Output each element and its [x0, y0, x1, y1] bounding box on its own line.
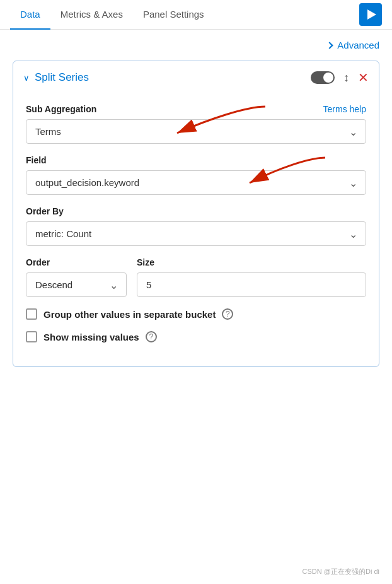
size-label: Size — [137, 257, 366, 267]
tab-data[interactable]: Data — [10, 0, 50, 30]
advanced-link[interactable]: Advanced — [327, 40, 379, 50]
group-other-row: Group other values in separate bucket ? — [26, 308, 366, 320]
panel-actions: ↕ ✕ — [311, 70, 369, 85]
run-button[interactable] — [359, 3, 382, 26]
order-by-label-row: Order By — [26, 206, 366, 216]
show-missing-help-icon[interactable]: ? — [146, 331, 157, 342]
panel-body: Sub Aggregation Terms help Ter — [13, 94, 379, 366]
split-series-panel: ∨ Split Series ↕ ✕ Sub Aggregation Terms… — [13, 61, 379, 367]
show-missing-row: Show missing values ? — [26, 331, 366, 342]
close-icon[interactable]: ✕ — [358, 70, 369, 85]
group-other-label: Group other values in separate bucket — [43, 309, 216, 320]
group-other-help-icon[interactable]: ? — [222, 308, 233, 320]
order-by-select[interactable]: metric: Count metric: Sum metric: Avg — [26, 221, 366, 246]
run-icon — [367, 9, 376, 20]
size-input[interactable] — [137, 272, 366, 297]
order-column: Order Descend Ascend ⌄ — [26, 257, 127, 297]
field-wrapper: output_decision.keyword ⌄ — [26, 170, 366, 195]
order-by-label: Order By — [26, 206, 64, 216]
main-content: ∨ Split Series ↕ ✕ Sub Aggregation Terms… — [0, 55, 392, 380]
order-select[interactable]: Descend Ascend — [26, 272, 127, 297]
panel-header: ∨ Split Series ↕ ✕ — [13, 61, 379, 94]
sub-aggregation-wrapper: Terms Filters Histogram Date Histogram ⌄ — [26, 119, 366, 144]
advanced-row: Advanced — [0, 30, 392, 55]
show-missing-checkbox[interactable] — [26, 331, 37, 342]
field-select[interactable]: output_decision.keyword — [26, 170, 366, 195]
order-label: Order — [26, 257, 127, 267]
order-select-wrapper: Descend Ascend ⌄ — [26, 272, 127, 297]
field-label-row: Field — [26, 155, 366, 165]
order-size-row: Order Descend Ascend ⌄ Size — [26, 257, 366, 297]
panel-toggle-switch[interactable] — [311, 71, 335, 84]
top-navigation: Data Metrics & Axes Panel Settings — [0, 0, 392, 30]
group-other-checkbox[interactable] — [26, 308, 37, 320]
size-column: Size — [137, 257, 366, 297]
panel-title: Split Series — [35, 71, 306, 84]
tab-panel-settings[interactable]: Panel Settings — [133, 0, 214, 30]
tab-metrics-axes[interactable]: Metrics & Axes — [50, 0, 133, 30]
advanced-label: Advanced — [337, 40, 379, 50]
watermark: CSDN @正在变强的Di di — [303, 567, 379, 576]
field-label: Field — [26, 155, 47, 165]
order-by-section: Order By metric: Count metric: Sum metri… — [26, 206, 366, 246]
panel-collapse-icon[interactable]: ∨ — [23, 73, 30, 83]
terms-help-link[interactable]: Terms help — [323, 104, 366, 114]
sub-aggregation-label: Sub Aggregation — [26, 104, 96, 114]
chevron-right-icon — [326, 42, 333, 49]
order-by-wrapper: metric: Count metric: Sum metric: Avg ⌄ — [26, 221, 366, 246]
sort-icon[interactable]: ↕ — [343, 71, 349, 85]
show-missing-label: Show missing values — [43, 332, 139, 342]
field-section: Field output_decision.keyword — [26, 155, 366, 195]
sub-aggregation-section: Sub Aggregation Terms help Ter — [26, 104, 366, 144]
sub-aggregation-label-row: Sub Aggregation Terms help — [26, 104, 366, 114]
sub-aggregation-select[interactable]: Terms Filters Histogram Date Histogram — [26, 119, 366, 144]
